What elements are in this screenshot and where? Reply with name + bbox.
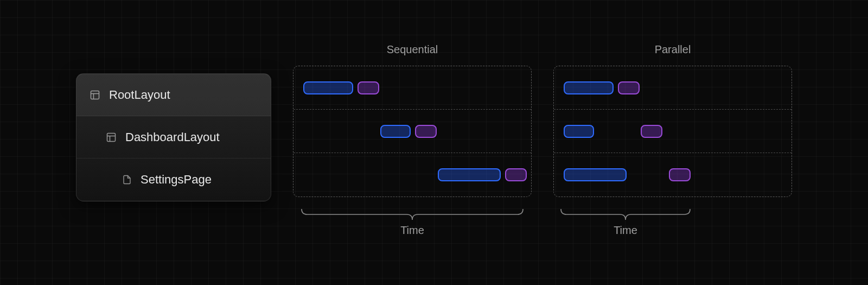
segment-render xyxy=(505,168,527,181)
time-brace-sequential: Time xyxy=(293,208,532,237)
svg-rect-0 xyxy=(91,91,99,99)
segment-render xyxy=(618,81,640,94)
layer-row-settings: SettingsPage xyxy=(76,159,271,201)
layout-icon xyxy=(106,132,117,143)
time-label: Time xyxy=(558,224,693,237)
segment-fetch xyxy=(380,125,411,138)
layer-row-root: RootLayout xyxy=(76,74,271,116)
timeline-parallel xyxy=(553,66,792,197)
segment-fetch xyxy=(564,81,614,94)
timeline-row xyxy=(293,66,531,110)
segment-fetch xyxy=(564,168,627,181)
page-icon xyxy=(122,174,132,185)
layer-row-dashboard: DashboardLayout xyxy=(76,116,271,159)
timeline-row xyxy=(293,153,531,197)
segment-render xyxy=(641,125,662,138)
timeline-row xyxy=(293,110,531,153)
segment-fetch xyxy=(303,81,353,94)
segment-render xyxy=(669,168,691,181)
timelines-container: Sequential Parallel Time Time xyxy=(293,43,792,237)
layer-tree-card: RootLayout DashboardLayout SettingsPage xyxy=(76,73,271,201)
diagram-stage: RootLayout DashboardLayout SettingsPage … xyxy=(76,43,792,237)
time-label: Time xyxy=(400,224,424,237)
timeline-sequential xyxy=(293,66,532,197)
layer-label: DashboardLayout xyxy=(125,130,220,144)
layer-label: RootLayout xyxy=(109,88,170,102)
layer-label: SettingsPage xyxy=(141,173,212,187)
svg-rect-3 xyxy=(107,133,116,141)
segment-fetch xyxy=(564,125,594,138)
segment-fetch xyxy=(438,168,501,181)
heading-parallel: Parallel xyxy=(553,43,792,56)
layout-icon xyxy=(90,90,100,100)
timeline-row xyxy=(554,66,792,110)
heading-sequential: Sequential xyxy=(293,43,532,56)
timeline-row xyxy=(554,153,792,197)
timeline-row xyxy=(554,110,792,153)
time-brace-parallel: Time xyxy=(553,208,792,237)
segment-render xyxy=(415,125,437,138)
segment-render xyxy=(358,81,379,94)
